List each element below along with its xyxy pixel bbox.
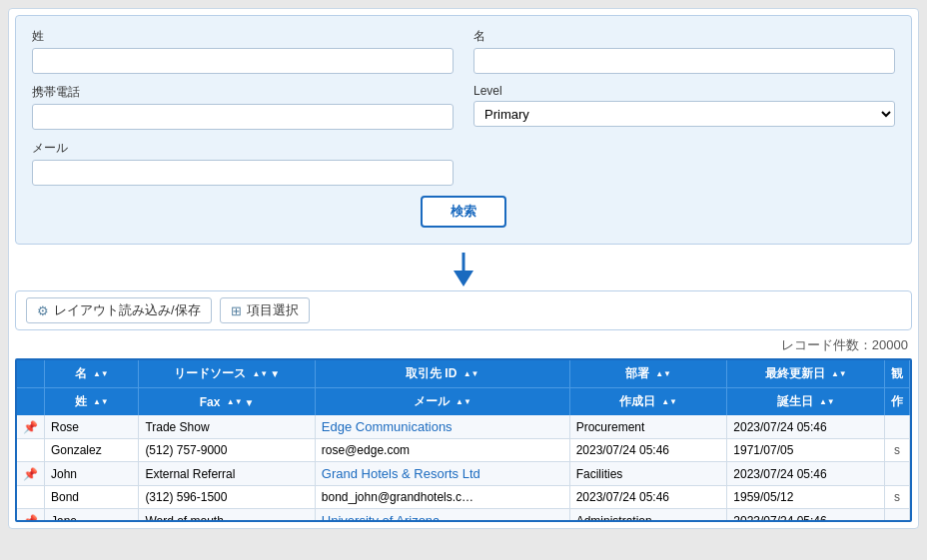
birthday-cell: 1971/07/05: [727, 439, 885, 462]
filter-icon: ▼: [270, 368, 280, 379]
view-cell: [885, 462, 910, 486]
account-link[interactable]: University of Arizona: [322, 513, 441, 520]
layout-button[interactable]: ⚙ レイアウト読み込み/保存: [26, 297, 212, 323]
down-arrow-icon: [450, 253, 477, 286]
action-cell[interactable]: s: [885, 439, 910, 462]
sort-icon: ▲▼: [655, 370, 671, 378]
data-table: 名 ▲▼ リードソース ▲▼▼ 取引先 ID ▲▼ 部署 ▲▼ 最終更新日 ▲▼…: [17, 360, 910, 520]
level-label: Level: [473, 84, 895, 98]
arrow-area: [9, 251, 918, 286]
phone-field: 携帯電話: [32, 84, 454, 130]
pin-cell: 📌: [17, 509, 45, 521]
level-field: Level Primary: [473, 84, 895, 130]
table-section: 名 ▲▼ リードソース ▲▼▼ 取引先 ID ▲▼ 部署 ▲▼ 最終更新日 ▲▼…: [15, 358, 912, 522]
layout-button-label: レイアウト読み込み/保存: [54, 301, 201, 319]
account-id-cell[interactable]: Grand Hotels & Resorts Ltd: [315, 462, 569, 486]
phone-label: 携帯電話: [32, 84, 454, 101]
pin-cell: 📌: [17, 415, 45, 439]
table-row: 📌 Jane Word of mouth University of Arizo…: [17, 509, 910, 521]
search-button[interactable]: 検索: [421, 196, 506, 228]
phone-input[interactable]: [32, 104, 454, 130]
lead-source-cell: External Referral: [139, 462, 315, 486]
search-button-row: 検索: [32, 196, 895, 228]
first-name-cell: Rose: [45, 415, 139, 439]
email-input[interactable]: [32, 160, 454, 186]
sort-icon: ▲▼: [456, 398, 471, 406]
form-row-3: メール: [32, 140, 895, 186]
th-lead-source[interactable]: リードソース ▲▼▼: [139, 360, 315, 388]
sort-icon: ▲▼: [252, 370, 268, 378]
lead-source-cell: Trade Show: [139, 415, 315, 439]
view-cell: [885, 509, 910, 521]
form-row-1: 姓 名: [32, 28, 895, 74]
department-cell: Facilities: [569, 462, 727, 486]
pin-cell: 📌: [17, 462, 45, 486]
select-button-label: 項目選択: [247, 301, 299, 319]
select-columns-button[interactable]: ⊞ 項目選択: [220, 297, 310, 323]
last-name-cell: Gonzalez: [45, 439, 139, 462]
action-cell[interactable]: s: [885, 486, 910, 509]
th-fax[interactable]: Fax ▲▼▼: [139, 388, 315, 416]
pin-cell-2: [17, 486, 45, 509]
sort-icon: ▲▼: [227, 398, 243, 406]
table-header-row-1: 名 ▲▼ リードソース ▲▼▼ 取引先 ID ▲▼ 部署 ▲▼ 最終更新日 ▲▼…: [17, 360, 910, 388]
account-id-cell[interactable]: University of Arizona: [315, 509, 569, 521]
email-field: メール: [32, 140, 454, 186]
first-name-field: 名: [473, 28, 895, 74]
th-pin-1: [17, 360, 45, 388]
th-created-date[interactable]: 作成日 ▲▼: [569, 388, 727, 416]
department-cell: Procurement: [569, 415, 727, 439]
first-name-cell: John: [45, 462, 139, 486]
department-cell: Administration: [569, 509, 727, 521]
fax-cell: (312) 596-1500: [139, 486, 315, 509]
table-row: 📌 John External Referral Grand Hotels & …: [17, 462, 910, 486]
sort-icon: ▲▼: [661, 398, 677, 406]
svg-marker-1: [454, 271, 473, 286]
fax-cell: (512) 757-9000: [139, 439, 315, 462]
sort-icon: ▲▼: [93, 398, 109, 406]
created-date-cell: 2023/07/24 05:46: [569, 486, 727, 509]
filter-icon: ▼: [245, 397, 255, 408]
view-cell: [885, 415, 910, 439]
table-row: Bond (312) 596-1500 bond_john@grandhotel…: [17, 486, 910, 509]
account-link[interactable]: Edge Communications: [322, 419, 453, 434]
sort-icon: ▲▼: [819, 398, 835, 406]
th-last-name[interactable]: 姓 ▲▼: [45, 388, 139, 416]
email-cell: rose@edge.com: [315, 439, 569, 462]
pin-cell-2: [17, 439, 45, 462]
last-modified-cell: 2023/07/24 05:46: [727, 509, 885, 521]
th-account-id[interactable]: 取引先 ID ▲▼: [315, 360, 569, 388]
table-wrapper[interactable]: 名 ▲▼ リードソース ▲▼▼ 取引先 ID ▲▼ 部署 ▲▼ 最終更新日 ▲▼…: [17, 360, 910, 520]
level-select[interactable]: Primary: [473, 101, 895, 127]
th-email[interactable]: メール ▲▼: [315, 388, 569, 416]
th-first-name[interactable]: 名 ▲▼: [45, 360, 139, 388]
last-name-cell: Bond: [45, 486, 139, 509]
last-modified-cell: 2023/07/24 05:46: [727, 415, 885, 439]
gear-icon: ⚙: [37, 303, 49, 318]
th-last-modified[interactable]: 最終更新日 ▲▼: [727, 360, 885, 388]
sort-icon: ▲▼: [93, 370, 109, 378]
account-id-cell[interactable]: Edge Communications: [315, 415, 569, 439]
sort-icon: ▲▼: [464, 370, 479, 378]
last-name-label: 姓: [32, 28, 454, 45]
email-label: メール: [32, 140, 454, 157]
record-count-row: レコード件数：20000: [9, 334, 918, 358]
lead-source-cell: Word of mouth: [139, 509, 315, 521]
sort-icon: ▲▼: [831, 370, 847, 378]
table-header-row-2: 姓 ▲▼ Fax ▲▼▼ メール ▲▼ 作成日 ▲▼ 誕生日 ▲▼ 作: [17, 388, 910, 416]
first-name-label: 名: [473, 28, 895, 45]
grid-icon: ⊞: [231, 303, 242, 318]
created-date-cell: 2023/07/24 05:46: [569, 439, 727, 462]
record-count: レコード件数：20000: [781, 337, 908, 352]
table-row: 📌 Rose Trade Show Edge Communications Pr…: [17, 415, 910, 439]
first-name-input[interactable]: [473, 48, 895, 74]
form-row-2: 携帯電話 Level Primary: [32, 84, 895, 130]
last-modified-cell: 2023/07/24 05:46: [727, 462, 885, 486]
th-birthday[interactable]: 誕生日 ▲▼: [727, 388, 885, 416]
last-name-input[interactable]: [32, 48, 454, 74]
birthday-cell: 1959/05/12: [727, 486, 885, 509]
th-action: 作: [885, 388, 910, 416]
account-link[interactable]: Grand Hotels & Resorts Ltd: [322, 466, 480, 481]
th-department[interactable]: 部署 ▲▼: [569, 360, 727, 388]
first-name-cell: Jane: [45, 509, 139, 521]
